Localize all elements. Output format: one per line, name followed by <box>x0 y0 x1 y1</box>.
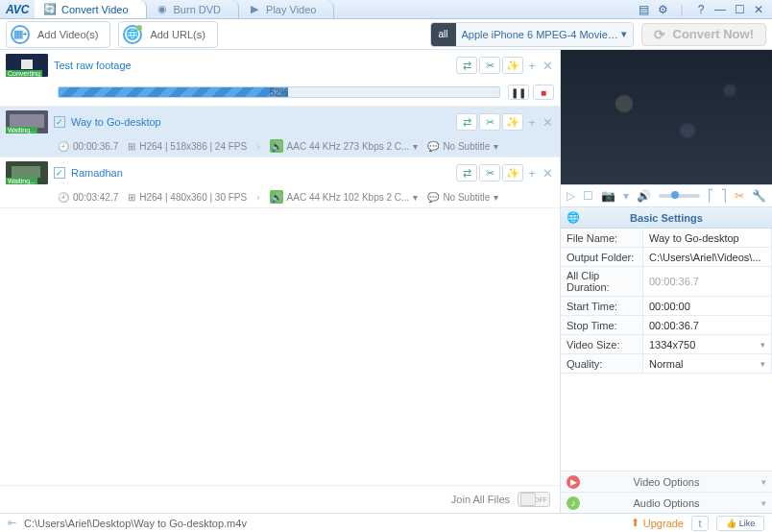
stop-icon[interactable]: ☐ <box>583 189 593 203</box>
chevron-down-icon[interactable]: ▾ <box>413 141 418 152</box>
volume-icon[interactable]: 🔊 <box>637 189 651 203</box>
volume-slider[interactable] <box>659 194 700 198</box>
add-item-icon[interactable]: + <box>525 115 539 130</box>
stop-time-value[interactable]: 00:00:36.7 <box>643 316 772 335</box>
remove-item-icon[interactable]: ✕ <box>541 59 554 73</box>
chevron-down-icon[interactable]: ▾ <box>494 141 498 152</box>
magic-wand-button[interactable]: ✨ <box>502 113 523 131</box>
add-urls-label: Add URL(s) <box>150 29 205 40</box>
remove-item-icon[interactable]: ✕ <box>541 166 554 181</box>
upgrade-icon: ⬆ <box>631 517 639 529</box>
status-badge: Waiting... <box>6 127 37 133</box>
twitter-button[interactable]: t <box>691 516 709 531</box>
left-panel: Converting Test raw footage ⇄ ✂ ✨ + ✕ 52… <box>0 50 561 513</box>
chevron-down-icon[interactable]: ▾ <box>413 192 418 203</box>
magic-wand-button[interactable]: ✨ <box>502 57 523 74</box>
trim-end-icon[interactable]: ⎤ <box>721 189 727 203</box>
snapshot-icon[interactable]: 📷 <box>601 189 615 203</box>
wand-icon[interactable]: 🔧 <box>752 189 766 203</box>
chevron-down-icon: ▾ <box>761 477 766 487</box>
help-icon[interactable]: ? <box>693 2 709 17</box>
profile-label: Apple iPhone 6 MPEG-4 Movie (*.mp4) <box>462 29 621 40</box>
checkbox[interactable]: ✓ <box>54 167 65 179</box>
stop-time-label: Stop Time: <box>561 316 643 335</box>
add-videos-label: Add Video(s) <box>37 29 98 40</box>
duration: 00:03:42.7 <box>73 192 118 203</box>
maximize-icon[interactable]: ☐ <box>732 2 747 17</box>
swap-button[interactable]: ⇄ <box>456 113 477 131</box>
statusbar: ⇤ C:\Users\Ariel\Desktop\Way to Go-deskt… <box>0 513 772 532</box>
play-icon[interactable]: ▷ <box>567 189 575 203</box>
thumbnail: Waiting... <box>6 110 48 133</box>
convert-now-label: Convert Now! <box>673 27 755 41</box>
file-list: Converting Test raw footage ⇄ ✂ ✨ + ✕ 52… <box>0 50 560 485</box>
audio-options-row[interactable]: ♪ Audio Options ▾ <box>561 492 772 513</box>
cut-button[interactable]: ✂ <box>479 113 500 131</box>
clock-icon: 🕘 <box>58 192 69 203</box>
swap-button[interactable]: ⇄ <box>456 164 477 181</box>
cut-button[interactable]: ✂ <box>479 57 500 74</box>
nav-back-icon[interactable]: ⇤ <box>8 517 16 529</box>
all-clip-duration-value: 00:00:36.7 <box>643 267 772 297</box>
facebook-like-button[interactable]: 👍 Like <box>716 516 764 531</box>
video-options-label: Video Options <box>634 476 700 488</box>
tab-burn-dvd[interactable]: ◉ Burn DVD <box>147 0 240 18</box>
file-name-value[interactable]: Way to Go-desktop <box>643 229 772 248</box>
checkbox[interactable]: ✓ <box>54 116 65 128</box>
item-title: Test raw footage <box>54 60 132 71</box>
upgrade-label: Upgrade <box>643 518 684 529</box>
like-label: Like <box>739 519 756 528</box>
start-time-value[interactable]: 00:00:00 <box>643 297 772 316</box>
video-icon: ⊞ <box>128 192 135 203</box>
output-folder-value[interactable]: C:\Users\Ariel\Videos\... <box>643 248 772 267</box>
chevron-right-icon: › <box>256 141 259 152</box>
add-urls-button[interactable]: 🌐 Add URL(s) <box>118 21 217 48</box>
list-item[interactable]: Waiting... ✓ Way to Go-desktop ⇄ ✂ ✨ + ✕… <box>0 107 560 157</box>
menu-icon[interactable]: ▤ <box>636 2 651 17</box>
audio-info: AAC 44 KHz 102 Kbps 2 C... <box>287 192 410 203</box>
add-item-icon[interactable]: + <box>525 166 539 181</box>
video-size-dropdown[interactable]: 1334x750 <box>643 335 772 354</box>
remove-item-icon[interactable]: ✕ <box>541 115 554 130</box>
scissors-icon[interactable]: ✂ <box>735 189 744 203</box>
list-item[interactable]: Converting Test raw footage ⇄ ✂ ✨ + ✕ 52… <box>0 50 560 107</box>
globe-plus-icon: 🌐 <box>123 25 142 44</box>
profile-format-icon: all <box>431 23 456 46</box>
subtitle-icon: 💬 <box>427 192 439 203</box>
audio-track-icon: 🔊 <box>270 139 283 153</box>
trim-start-icon[interactable]: ⎡ <box>708 189 713 203</box>
audio-options-label: Audio Options <box>633 497 699 509</box>
video-preview[interactable] <box>561 50 772 184</box>
chevron-right-icon: › <box>256 192 259 203</box>
video-options-row[interactable]: ▶ Video Options ▾ <box>561 471 772 492</box>
film-plus-icon: ▦+ <box>11 25 30 44</box>
output-profile-dropdown[interactable]: all Apple iPhone 6 MPEG-4 Movie (*.mp4) … <box>430 22 634 47</box>
tab-convert-video[interactable]: 🔄 Convert Video <box>35 0 147 18</box>
progress-bar: 52% <box>58 86 500 98</box>
audio-info: AAC 44 KHz 273 Kbps 2 C... <box>287 141 410 152</box>
add-videos-button[interactable]: ▦+ Add Video(s) <box>6 21 110 48</box>
stop-button[interactable]: ■ <box>533 85 554 100</box>
list-item[interactable]: Waiting... ✓ Ramadhan ⇄ ✂ ✨ + ✕ 🕘00:03:4… <box>0 157 560 208</box>
pause-button[interactable]: ❚❚ <box>508 85 529 100</box>
file-name-label: File Name: <box>561 229 643 248</box>
tab-play-video[interactable]: ▶ Play Video <box>239 0 334 18</box>
video-icon: ⊞ <box>128 141 135 152</box>
cut-button[interactable]: ✂ <box>479 164 500 181</box>
chevron-down-icon[interactable]: ▾ <box>623 189 629 203</box>
minimize-icon[interactable]: — <box>712 2 728 17</box>
clock-icon: 🕘 <box>58 141 69 152</box>
add-item-icon[interactable]: + <box>525 59 539 73</box>
thumbnail: Converting <box>6 54 48 77</box>
upgrade-button[interactable]: ⬆ Upgrade <box>631 517 684 529</box>
swap-button[interactable]: ⇄ <box>456 57 477 74</box>
magic-wand-button[interactable]: ✨ <box>502 164 523 181</box>
convert-now-button[interactable]: ⟳ Convert Now! <box>641 23 767 46</box>
join-files-toggle[interactable]: OFF <box>518 492 550 507</box>
item-title: Ramadhan <box>71 167 123 179</box>
quality-label: Quality: <box>561 354 643 374</box>
gear-icon[interactable]: ⚙ <box>655 2 670 17</box>
chevron-down-icon[interactable]: ▾ <box>494 192 498 203</box>
close-icon[interactable]: ✕ <box>751 2 766 17</box>
quality-dropdown[interactable]: Normal <box>643 354 772 374</box>
